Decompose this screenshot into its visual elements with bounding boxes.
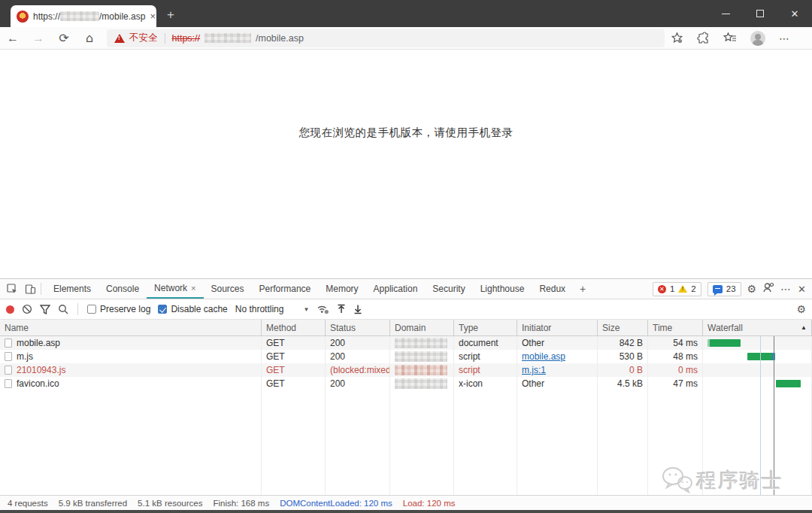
devtools-tab-memory[interactable]: Memory [318,279,365,299]
column-header-size[interactable]: Size [598,320,648,336]
devtools-tab-lighthouse[interactable]: Lighthouse [473,279,532,299]
column-header-status[interactable]: Status [326,320,390,336]
devtools-tab-sources[interactable]: Sources [204,279,252,299]
back-icon[interactable]: ← [0,32,26,45]
network-row-mobile.asp[interactable]: mobile.aspGET200documentOther842 B54 ms [0,336,812,350]
browser-tab[interactable]: https:// /mobile.asp × [11,5,156,27]
column-header-initiator[interactable]: Initiator [517,320,598,336]
table-filler-cell [648,390,703,495]
cell-time: 47 ms [648,377,703,390]
preserve-log-checkbox-box[interactable] [87,305,96,314]
summary-item: 4 requests [8,499,48,508]
profile-avatar[interactable] [750,31,765,46]
favorites-hub-icon[interactable] [723,32,737,44]
new-tab-button[interactable]: + [167,8,174,23]
disable-cache-checkbox[interactable]: Disable cache [158,304,227,314]
redacted-domain [395,338,447,348]
cell-name[interactable]: mobile.asp [0,336,262,350]
maximize-button[interactable] [743,0,777,27]
summary-item: Finish: 168 ms [213,499,269,508]
devtools-tab-redux[interactable]: Redux [532,279,573,299]
column-header-type[interactable]: Type [454,320,517,336]
column-header-name[interactable]: Name [0,320,262,336]
import-har-icon[interactable] [337,304,346,314]
network-toolbar: Preserve log Disable cache No throttling… [0,299,812,320]
export-har-icon[interactable] [353,304,362,314]
cell-method: GET [262,336,326,350]
devtools-tab-security[interactable]: Security [425,279,472,299]
minimize-button[interactable] [708,0,743,27]
devtools-tab-bar: ElementsConsoleNetwork×SourcesPerformanc… [0,279,812,299]
network-conditions-icon[interactable] [317,304,329,314]
window-controls: ✕ [708,0,812,27]
devtools-tab-console[interactable]: Console [98,279,147,299]
summary-item[interactable]: DOMContentLoaded: 120 ms [280,499,392,508]
not-secure-label[interactable]: 不安全 [129,32,158,44]
favorites-star-icon[interactable] [671,32,683,44]
page-content: 您现在浏览的是手机版本，请使用手机登录 [0,50,812,278]
close-button[interactable]: ✕ [777,0,812,27]
file-icon [5,366,12,375]
redacted-domain [395,365,447,375]
address-bar[interactable]: 不安全 https:// /mobile.asp [107,29,665,47]
refresh-icon[interactable]: ⟳ [51,31,77,45]
column-header-time[interactable]: Time [648,320,703,336]
clear-network-log-icon[interactable] [22,304,32,314]
cell-status: 200 [326,350,390,363]
network-row-m.js[interactable]: m.jsGET200scriptmobile.asp530 B48 ms [0,350,812,363]
inspect-element-icon[interactable] [3,280,21,298]
devtools-tab-elements[interactable]: Elements [46,279,98,299]
cell-name[interactable]: favicon.ico [0,377,262,390]
devtools-settings-icon[interactable]: ⚙ [747,283,757,295]
column-header-method[interactable]: Method [262,320,326,336]
devtools-tab-network[interactable]: Network× [147,279,203,299]
devtools-close-icon[interactable]: ✕ [798,284,806,295]
waterfall-bar [707,339,741,347]
initiator-link[interactable]: m.js:1 [522,365,546,375]
not-secure-warning-icon[interactable] [114,34,125,43]
table-filler-cell [262,390,326,495]
url-path: /mobile.asp [256,33,304,44]
summary-item: 5.9 kB transferred [59,499,127,508]
errors-warnings-badge[interactable]: ✕ 1 2 [653,282,701,296]
network-row-21010943.js[interactable]: 21010943.jsGET(blocked:mixed...scriptm.j… [0,363,812,377]
cell-type: document [454,336,517,350]
tab-close-icon[interactable]: × [150,11,156,21]
search-icon[interactable] [58,304,68,314]
network-row-favicon.ico[interactable]: favicon.icoGET200x-iconOther4.5 kB47 ms [0,377,812,390]
home-icon[interactable]: ⌂ [77,31,102,45]
cell-status: (blocked:mixed... [326,363,390,377]
more-tools-button[interactable]: + [573,283,592,295]
cell-name[interactable]: 21010943.js [0,363,262,377]
summary-item: 5.1 kB resources [138,499,202,508]
tab-title: https:// /mobile.asp [33,11,145,22]
issues-badge[interactable]: 23 [707,282,741,296]
table-header-row: NameMethodStatusDomainTypeInitiatorSizeT… [0,320,812,336]
warning-icon [678,285,687,293]
redacted-domain [395,378,447,389]
device-toolbar-icon[interactable] [21,280,39,298]
record-network-log-icon[interactable] [6,305,14,314]
preserve-log-checkbox[interactable]: Preserve log [87,304,150,314]
devtools-tab-application[interactable]: Application [366,279,426,299]
table-filler-cell [390,390,454,495]
filter-icon[interactable] [40,305,50,314]
more-menu-icon[interactable]: ⋯ [779,32,790,44]
network-settings-icon[interactable]: ⚙ [796,303,806,315]
devtools-feedback-icon[interactable] [762,282,774,296]
column-header-domain[interactable]: Domain [390,320,454,336]
cell-name[interactable]: m.js [0,350,262,363]
disable-cache-checkbox-box[interactable] [158,305,167,314]
browser-toolbar: ← → ⟳ ⌂ 不安全 https:// /mobile.asp ⋯ [0,27,812,50]
summary-item[interactable]: Load: 120 ms [403,499,456,508]
column-header-waterfall[interactable]: Waterfall▲ [703,320,812,336]
extensions-icon[interactable] [697,32,710,44]
throttling-select[interactable]: No throttling ▼ [235,304,310,314]
cell-initiator[interactable]: mobile.asp [517,350,598,363]
devtools-tab-performance[interactable]: Performance [252,279,319,299]
table-filler [0,390,812,495]
initiator-link[interactable]: mobile.asp [522,351,565,362]
devtools-more-icon[interactable]: ⋯ [780,283,792,295]
tab-close-icon[interactable]: × [191,284,195,293]
cell-initiator[interactable]: m.js:1 [517,363,598,377]
